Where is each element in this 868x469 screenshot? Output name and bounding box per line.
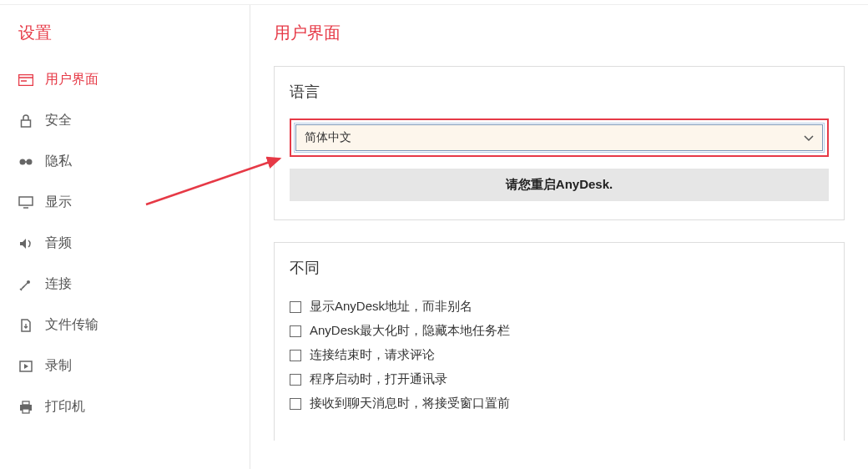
language-panel: 语言 简体中文 请您重启AnyDesk. bbox=[274, 66, 845, 220]
checkbox-icon bbox=[290, 374, 301, 386]
misc-heading: 不同 bbox=[290, 258, 829, 278]
checkbox-open-addressbook[interactable]: 程序启动时，打开通讯录 bbox=[290, 367, 829, 391]
file-icon bbox=[18, 318, 33, 333]
checkbox-icon bbox=[290, 398, 301, 410]
checkbox-icon bbox=[290, 325, 301, 337]
sidebar-item-file-transfer[interactable]: 文件传输 bbox=[0, 305, 250, 345]
checkbox-request-review[interactable]: 连接结束时，请求评论 bbox=[290, 343, 829, 367]
svg-rect-11 bbox=[23, 401, 29, 405]
svg-rect-7 bbox=[19, 197, 33, 205]
checkbox-chat-foreground[interactable]: 接收到聊天消息时，将接受窗口置前 bbox=[290, 391, 829, 416]
checkbox-hide-taskbar[interactable]: AnyDesk最大化时，隐藏本地任务栏 bbox=[290, 319, 829, 343]
sidebar-item-recording[interactable]: 录制 bbox=[0, 345, 250, 386]
language-selected-value: 简体中文 bbox=[305, 130, 351, 145]
sidebar: 设置 用户界面 安全 隐私 显示 bbox=[0, 5, 250, 469]
ui-icon bbox=[18, 73, 33, 88]
checkbox-label: 显示AnyDesk地址，而非别名 bbox=[310, 299, 472, 315]
sidebar-item-label: 隐私 bbox=[45, 153, 72, 170]
sidebar-item-label: 显示 bbox=[45, 194, 72, 211]
sidebar-title: 设置 bbox=[0, 22, 250, 59]
checkbox-show-address[interactable]: 显示AnyDesk地址，而非别名 bbox=[290, 295, 829, 319]
language-select[interactable]: 简体中文 bbox=[295, 124, 823, 151]
sidebar-item-label: 录制 bbox=[45, 357, 72, 375]
svg-rect-13 bbox=[23, 409, 29, 413]
sidebar-item-security[interactable]: 安全 bbox=[0, 100, 250, 141]
svg-point-4 bbox=[20, 159, 26, 164]
printer-icon bbox=[18, 400, 33, 415]
sidebar-item-label: 打印机 bbox=[45, 398, 85, 416]
record-icon bbox=[18, 359, 33, 374]
checkbox-label: 接收到聊天消息时，将接受窗口置前 bbox=[310, 396, 510, 411]
sidebar-item-audio[interactable]: 音频 bbox=[0, 223, 250, 264]
speaker-icon bbox=[18, 236, 33, 251]
sidebar-item-connection[interactable]: 连接 bbox=[0, 264, 250, 305]
sidebar-item-label: 连接 bbox=[45, 275, 72, 293]
checkbox-icon bbox=[290, 301, 301, 313]
language-highlight: 简体中文 bbox=[290, 119, 829, 157]
svg-point-9 bbox=[27, 280, 30, 284]
checkbox-icon bbox=[290, 350, 301, 361]
sidebar-item-privacy[interactable]: 隐私 bbox=[0, 141, 250, 182]
chevron-down-icon bbox=[804, 131, 814, 144]
svg-point-5 bbox=[27, 159, 33, 164]
sidebar-item-display[interactable]: 显示 bbox=[0, 182, 250, 223]
sidebar-item-label: 文件传输 bbox=[45, 316, 98, 334]
svg-rect-3 bbox=[22, 120, 31, 127]
misc-panel: 不同 显示AnyDesk地址，而非别名 AnyDesk最大化时，隐藏本地任务栏 … bbox=[274, 242, 845, 441]
lock-icon bbox=[18, 113, 33, 129]
main-content: 用户界面 语言 简体中文 请您重启AnyDesk. 不同 显示AnyDesk地址… bbox=[250, 5, 868, 469]
sidebar-item-printer[interactable]: 打印机 bbox=[0, 386, 250, 427]
sidebar-item-label: 用户界面 bbox=[45, 71, 98, 88]
sidebar-item-label: 音频 bbox=[45, 234, 72, 252]
connection-icon bbox=[18, 277, 33, 292]
privacy-icon bbox=[18, 154, 33, 169]
restart-notice: 请您重启AnyDesk. bbox=[290, 169, 829, 201]
sidebar-item-ui[interactable]: 用户界面 bbox=[0, 59, 250, 100]
page-title: 用户界面 bbox=[274, 22, 845, 44]
monitor-icon bbox=[18, 195, 33, 210]
checkbox-label: 程序启动时，打开通讯录 bbox=[310, 371, 447, 387]
checkbox-label: 连接结束时，请求评论 bbox=[310, 347, 435, 363]
checkbox-label: AnyDesk最大化时，隐藏本地任务栏 bbox=[310, 323, 510, 339]
sidebar-item-label: 安全 bbox=[45, 112, 72, 129]
language-heading: 语言 bbox=[290, 82, 829, 102]
svg-rect-0 bbox=[19, 74, 33, 85]
